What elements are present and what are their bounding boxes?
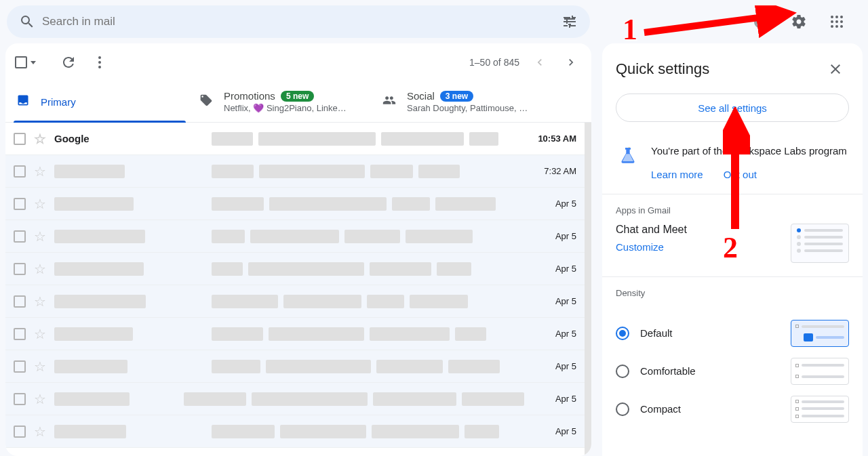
star-icon[interactable]: ☆ (34, 360, 46, 373)
apps-title: Chat and Meet (616, 224, 780, 236)
email-list[interactable]: ☆ Google 10:53 AM ☆ 7:32 AM ☆ (5, 123, 591, 456)
star-icon[interactable]: ☆ (34, 230, 46, 243)
email-row[interactable]: ☆ Apr 5 (5, 318, 585, 350)
sender (54, 262, 203, 276)
promotions-badge: 5 new (281, 91, 314, 102)
density-thumb (791, 358, 849, 385)
email-row[interactable]: ☆ 7:32 AM (5, 155, 585, 188)
row-checkbox[interactable] (14, 328, 26, 340)
apps-customize-link[interactable]: Customize (616, 241, 664, 253)
gear-icon[interactable] (785, 8, 812, 35)
date: Apr 5 (522, 329, 576, 339)
subject (212, 295, 514, 308)
select-all-checkbox[interactable] (15, 56, 36, 68)
date: Apr 5 (522, 264, 576, 274)
refresh-icon[interactable] (55, 49, 82, 76)
sender (54, 392, 176, 406)
svg-point-4 (835, 20, 838, 23)
email-row[interactable]: ☆ Apr 5 (5, 383, 585, 415)
row-checkbox[interactable] (14, 263, 26, 275)
labs-flask-icon (616, 144, 640, 168)
star-icon[interactable]: ☆ (34, 165, 46, 178)
tab-label: Primary (41, 96, 76, 108)
star-icon[interactable]: ☆ (34, 327, 46, 341)
tab-label: Social (407, 90, 435, 102)
date: Apr 5 (522, 361, 576, 371)
search-icon[interactable] (12, 7, 42, 37)
subject (212, 230, 514, 243)
people-icon (382, 94, 396, 110)
density-option[interactable]: Default (616, 314, 849, 352)
svg-point-8 (840, 25, 843, 28)
email-row[interactable]: ☆ Apr 5 (5, 285, 585, 318)
pager-label: 1–50 of 845 (469, 57, 519, 68)
radio-button[interactable] (616, 402, 629, 416)
star-icon[interactable]: ☆ (34, 132, 46, 146)
email-row[interactable]: ☆ Apr 5 (5, 253, 585, 285)
search-options-icon[interactable] (555, 7, 585, 37)
svg-point-3 (831, 20, 833, 23)
email-row[interactable]: ☆ Apr 5 (5, 415, 585, 448)
subject (212, 262, 514, 276)
email-row[interactable]: ☆ Apr 5 (5, 188, 585, 220)
email-row[interactable]: ☆ Apr 5 (5, 220, 585, 253)
support-icon[interactable] (747, 8, 774, 35)
prev-page-button[interactable] (529, 51, 551, 73)
svg-point-5 (840, 20, 843, 23)
close-icon[interactable] (822, 56, 849, 83)
labs-learn-more-link[interactable]: Learn more (651, 169, 703, 180)
svg-point-6 (831, 25, 833, 28)
row-checkbox[interactable] (14, 165, 26, 178)
date: Apr 5 (522, 296, 576, 306)
star-icon[interactable]: ☆ (34, 392, 46, 406)
more-icon[interactable] (86, 49, 113, 76)
apps-grid-icon[interactable] (823, 8, 850, 35)
star-icon[interactable]: ☆ (34, 295, 46, 308)
tab-primary[interactable]: Primary (5, 81, 189, 122)
density-option[interactable]: Comfortable (616, 352, 849, 390)
row-checkbox[interactable] (14, 393, 26, 405)
subject (212, 327, 514, 341)
email-row[interactable]: ☆ Google 10:53 AM (5, 123, 585, 155)
subject (212, 197, 514, 211)
email-row[interactable]: ☆ Apr 5 (5, 350, 585, 383)
svg-point-0 (831, 16, 833, 18)
density-section-header: Density (602, 277, 863, 304)
row-checkbox[interactable] (14, 360, 26, 373)
date: Apr 5 (522, 426, 576, 436)
radio-button[interactable] (616, 327, 629, 340)
density-label: Comfortable (640, 365, 780, 377)
search-input[interactable] (42, 15, 555, 28)
tab-indicator (14, 121, 186, 123)
date: 7:32 AM (522, 166, 576, 176)
tab-social[interactable]: Social 3 new Sarah Doughty, Pattimouse, … (372, 81, 555, 122)
density-option[interactable]: Compact (616, 390, 849, 428)
tab-sub: Sarah Doughty, Pattimouse, … (407, 103, 528, 113)
labs-opt-out-link[interactable]: Opt out (724, 169, 757, 180)
date: 10:53 AM (522, 133, 576, 144)
tag-icon (199, 94, 213, 110)
next-page-button[interactable] (560, 51, 582, 73)
sender (54, 360, 203, 373)
inbox-icon (16, 94, 30, 110)
row-checkbox[interactable] (14, 198, 26, 210)
row-checkbox[interactable] (14, 133, 26, 145)
star-icon[interactable]: ☆ (34, 197, 46, 211)
radio-button[interactable] (616, 365, 629, 378)
svg-point-10 (98, 61, 101, 64)
mail-panel: 1–50 of 845 Primary (5, 43, 591, 456)
date: Apr 5 (522, 199, 576, 209)
star-icon[interactable]: ☆ (34, 425, 46, 438)
see-all-settings-button[interactable]: See all settings (616, 94, 849, 122)
row-checkbox[interactable] (14, 426, 26, 438)
svg-point-1 (835, 16, 838, 18)
social-badge: 3 new (440, 91, 473, 102)
tab-promotions[interactable]: Promotions 5 new Netflix, 💜 Sing2Piano, … (189, 81, 372, 122)
apps-layout-thumb (791, 224, 849, 263)
row-checkbox[interactable] (14, 230, 26, 243)
search-bar[interactable] (7, 5, 590, 38)
date: Apr 5 (532, 394, 576, 404)
row-checkbox[interactable] (14, 295, 26, 308)
star-icon[interactable]: ☆ (34, 262, 46, 276)
sender (54, 295, 203, 308)
